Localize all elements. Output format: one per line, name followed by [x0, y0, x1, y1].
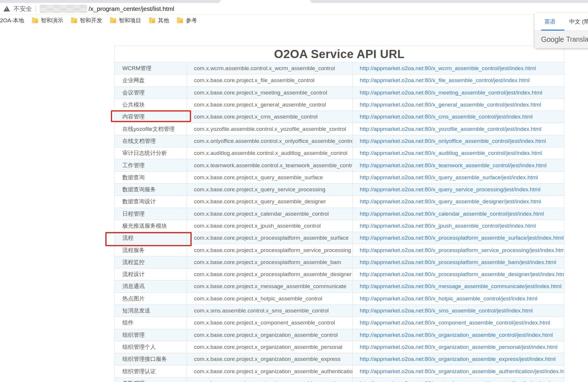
api-url-link[interactable]: http://appmarket.o2oa.net:80/x_sms_assem…: [360, 307, 533, 314]
package-cell: com.x.base.core.project.x_component_asse…: [187, 317, 353, 329]
folder-icon: [32, 18, 38, 23]
api-url-link[interactable]: http://appmarket.o2oa.net:80/x_processpl…: [360, 235, 564, 241]
table-row: 流程监控com.x.base.core.project.x_processpla…: [115, 256, 564, 268]
folder-icon: [110, 18, 116, 23]
api-url-link[interactable]: http://appmarket.o2oa.net:80/x_meeting_a…: [360, 89, 542, 96]
bookmarks-bar: 2OA-本地智和演示智和开发智和项目其他参考: [0, 15, 588, 26]
url-cell: http://appmarket.o2oa.net:80/x_hotpic_as…: [353, 293, 564, 305]
api-url-link[interactable]: http://appmarket.o2oa.net:80/x_query_ass…: [360, 174, 538, 180]
package-cell: com.x.base.core.project.x_cms_assemble_c…: [187, 111, 353, 123]
highlight-box-cms: [111, 110, 191, 122]
api-table-container: O2OA Service API URL WCRM管理com.x.wcrm.as…: [114, 46, 564, 382]
url-cell: http://appmarket.o2oa.net:80/x_onlyoffic…: [353, 135, 564, 147]
module-name-cell: 组织管理: [115, 329, 187, 341]
table-row: 审计日志统计分析com.x.auditlog.assemble.control.…: [115, 147, 564, 159]
api-url-link[interactable]: http://appmarket.o2oa.net:80/x_attendanc…: [360, 380, 550, 382]
bookmark-item[interactable]: 智和演示: [32, 17, 63, 24]
package-cell: com.x.base.core.project.x_message_assemb…: [187, 280, 353, 293]
translate-tab-chinese[interactable]: 中文 (简: [569, 18, 588, 26]
module-name-cell: 数据查询设计: [115, 196, 187, 208]
url-cell: http://appmarket.o2oa.net:80/x_component…: [353, 317, 564, 329]
browser-address-bar[interactable]: 不安全 /x_program_center/jest/list.html: [0, 3, 588, 14]
translate-tab-english[interactable]: 英语: [544, 18, 555, 26]
package-cell: com.x.base.core.project.x_processplatfor…: [187, 232, 353, 244]
module-name-cell: 流程监控: [115, 256, 187, 268]
module-name-cell: 流程设计: [115, 268, 187, 280]
api-url-link[interactable]: http://appmarket.o2oa.net:80/x_processpl…: [360, 271, 564, 277]
url-cell: http://appmarket.o2oa.net:80/x_wcrm_asse…: [353, 62, 564, 75]
url-cell: http://appmarket.o2oa.net:80/x_query_ass…: [353, 196, 564, 208]
package-cell: com.x.base.core.project.x_query_assemble…: [187, 196, 353, 208]
api-url-link[interactable]: http://appmarket.o2oa.net:80/x_query_ass…: [360, 198, 541, 204]
api-url-link[interactable]: http://appmarket.o2oa.net:80/x_teamwork_…: [360, 162, 547, 168]
address-separator: [36, 5, 36, 12]
url-cell: http://appmarket.o2oa.net:80/x_processpl…: [353, 232, 564, 244]
api-url-link[interactable]: http://appmarket.o2oa.net:80/x_cms_assem…: [360, 114, 533, 120]
module-name-cell: 热点图片: [115, 293, 187, 305]
module-name-cell: 公共模块: [115, 99, 187, 111]
api-url-link[interactable]: http://appmarket.o2oa.net:80/x_general_a…: [360, 102, 541, 108]
google-logo-text: Google: [541, 35, 564, 44]
package-cell: com.x.yozofile.assemble.control.x_yozofi…: [187, 123, 353, 135]
not-secure-warning-icon: [4, 6, 10, 11]
table-row: 企业网盘com.x.base.core.project.x_file_assem…: [115, 75, 564, 87]
api-url-link[interactable]: http://appmarket.o2oa.net:80/x_onlyoffic…: [360, 138, 546, 144]
module-name-cell: 组织管理接口服务: [115, 353, 187, 365]
module-name-cell: 消息通讯: [115, 280, 187, 293]
package-cell: com.x.base.core.project.x_organization_a…: [187, 353, 353, 365]
api-url-link[interactable]: http://appmarket.o2oa.net:80/x_organizat…: [360, 368, 564, 374]
browser-active-tab[interactable]: [219, 0, 311, 3]
bookmark-item[interactable]: 智和开发: [71, 17, 102, 24]
url-cell: http://appmarket.o2oa.net:80/x_query_ass…: [353, 171, 564, 183]
api-url-link[interactable]: http://appmarket.o2oa.net:80/x_component…: [360, 320, 550, 326]
api-url-link[interactable]: http://appmarket.o2oa.net:80/x_yozofile_…: [360, 126, 541, 132]
api-url-link[interactable]: http://appmarket.o2oa.net:80/x_file_asse…: [360, 77, 530, 83]
table-row: 组件com.x.base.core.project.x_component_as…: [115, 317, 564, 329]
url-cell: http://appmarket.o2oa.net:80/x_general_a…: [353, 99, 564, 111]
api-url-link[interactable]: http://appmarket.o2oa.net:80/x_organizat…: [360, 332, 553, 338]
table-row: 热点图片com.x.base.core.project.x_hotpic_ass…: [115, 293, 564, 305]
active-tab-underline: [541, 30, 565, 31]
api-url-link[interactable]: http://appmarket.o2oa.net:80/x_jpush_ass…: [360, 223, 536, 229]
url-cell: http://appmarket.o2oa.net:80/x_sms_assem…: [353, 305, 564, 317]
api-url-link[interactable]: http://appmarket.o2oa.net:80/x_hotpic_as…: [360, 295, 537, 302]
url-cell: http://appmarket.o2oa.net:80/x_meeting_a…: [353, 87, 564, 99]
page-title: O2OA Service API URL: [115, 46, 564, 62]
package-cell: com.x.auditlog.assemble.control.x_auditl…: [187, 147, 353, 159]
module-name-cell: 企业网盘: [115, 75, 187, 87]
url-cell: http://appmarket.o2oa.net:80/x_query_ser…: [353, 183, 564, 195]
api-url-link[interactable]: http://appmarket.o2oa.net:80/x_auditlog_…: [360, 150, 542, 156]
address-url-text[interactable]: /x_program_center/jest/list.html: [89, 5, 174, 12]
table-row: 组织管理认证com.x.base.core.project.x_organiza…: [115, 365, 564, 377]
bookmark-label: 参考: [186, 17, 197, 24]
module-name-cell: 数据查询服务: [115, 183, 187, 195]
table-row: 会议管理com.x.base.core.project.x_meeting_as…: [115, 87, 564, 99]
url-cell: http://appmarket.o2oa.net:80/x_organizat…: [353, 341, 564, 353]
folder-icon: [71, 18, 77, 23]
api-url-link[interactable]: http://appmarket.o2oa.net:80/x_wcrm_asse…: [360, 65, 536, 71]
folder-icon: [149, 18, 155, 23]
api-url-link[interactable]: http://appmarket.o2oa.net:80/x_organizat…: [360, 356, 556, 362]
bookmark-label: 其他: [158, 17, 169, 24]
table-row: 考勤管理com.x.base.core.project.x_attendance…: [115, 377, 564, 382]
package-cell: com.x.base.core.project.x_meeting_assemb…: [187, 87, 353, 99]
bookmark-item[interactable]: 2OA-本地: [0, 17, 24, 24]
api-url-link[interactable]: http://appmarket.o2oa.net:80/x_organizat…: [360, 344, 557, 350]
api-url-link[interactable]: http://appmarket.o2oa.net:80/x_query_ser…: [360, 186, 540, 192]
api-url-link[interactable]: http://appmarket.o2oa.net:80/x_calendar_…: [360, 211, 544, 217]
table-row: 公共模块com.x.base.core.project.x_general_as…: [115, 99, 564, 111]
table-row: 日程管理com.x.base.core.project.x_calendar_a…: [115, 208, 564, 220]
package-cell: com.x.onlyoffice.assemble.control.x_only…: [187, 135, 353, 147]
bookmark-item[interactable]: 其他: [149, 17, 169, 24]
module-name-cell: WCRM管理: [115, 62, 187, 75]
api-url-link[interactable]: http://appmarket.o2oa.net:80/x_message_a…: [360, 283, 562, 289]
package-cell: com.x.base.core.project.x_general_assemb…: [187, 99, 353, 111]
url-cell: http://appmarket.o2oa.net:80/x_organizat…: [353, 329, 564, 341]
module-name-cell: 组织管理个人: [115, 341, 187, 353]
api-url-link[interactable]: http://appmarket.o2oa.net:80/x_processpl…: [360, 247, 564, 253]
api-url-link[interactable]: http://appmarket.o2oa.net:80/x_processpl…: [360, 259, 556, 265]
bookmark-item[interactable]: 智和项目: [110, 17, 141, 24]
table-row: WCRM管理com.x.wcrm.assemble.control.x_wcrm…: [115, 62, 564, 75]
url-cell: http://appmarket.o2oa.net:80/x_yozofile_…: [353, 123, 564, 135]
bookmark-item[interactable]: 参考: [177, 17, 197, 24]
